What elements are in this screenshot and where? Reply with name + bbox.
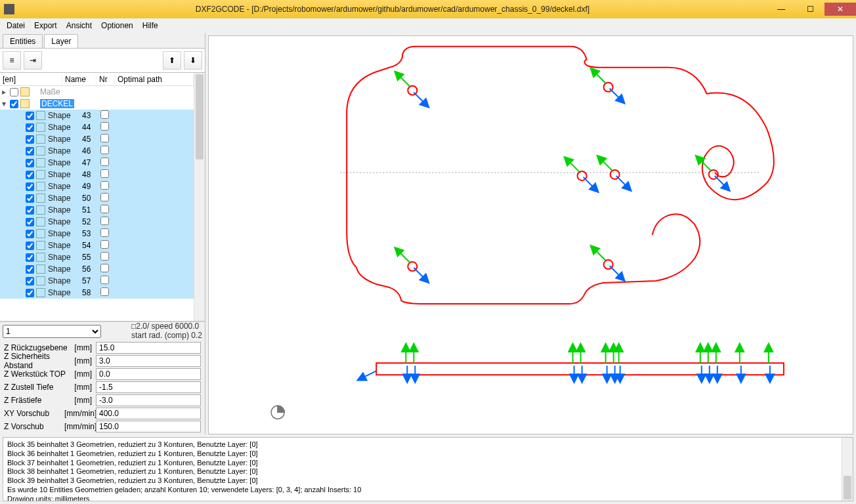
tree-scrollbar[interactable] xyxy=(194,73,205,321)
expander-icon[interactable]: ▸ xyxy=(0,87,8,96)
optimal-path-checkbox[interactable] xyxy=(100,134,109,142)
svg-line-17 xyxy=(569,161,580,172)
tool-info: □2.0/ speed 6000.0 start rad. (comp) 0.2 xyxy=(131,322,202,339)
log-scrollbar[interactable] xyxy=(842,438,853,501)
param-label: Z Sicherheits Abstand xyxy=(4,352,72,370)
shape-row[interactable]: Shape58 xyxy=(0,287,194,299)
shape-row[interactable]: Shape45 xyxy=(0,133,194,145)
shape-checkbox[interactable] xyxy=(26,289,34,297)
layer-row[interactable]: ▾DECKEL xyxy=(0,98,194,110)
shape-checkbox[interactable] xyxy=(26,253,34,262)
svg-line-16 xyxy=(595,73,606,83)
layer-row[interactable]: ▸Maße xyxy=(0,86,194,98)
menu-optionen[interactable]: Optionen xyxy=(101,21,133,30)
shape-row[interactable]: Shape55 xyxy=(0,251,194,263)
layer-checkbox[interactable] xyxy=(10,88,18,96)
shape-checkbox[interactable] xyxy=(26,135,34,144)
tab-entities[interactable]: Entities xyxy=(3,34,43,48)
tree-scroll-thumb[interactable] xyxy=(196,74,203,159)
optimal-path-checkbox[interactable] xyxy=(100,205,109,213)
optimal-path-checkbox[interactable] xyxy=(100,158,109,166)
shape-row[interactable]: Shape57 xyxy=(0,275,194,287)
content-area: Entities Layer ≡ ⇥ ⬆ ⬇ [en] Name Nr Opti… xyxy=(0,33,856,434)
shape-row[interactable]: Shape52 xyxy=(0,216,194,228)
shape-checkbox[interactable] xyxy=(26,265,34,274)
optimal-path-checkbox[interactable] xyxy=(100,181,109,190)
param-input[interactable] xyxy=(96,342,201,354)
shape-checkbox[interactable] xyxy=(26,147,34,156)
svg-line-9 xyxy=(610,89,620,99)
col-en[interactable]: [en] xyxy=(0,75,62,84)
layer-checkbox[interactable] xyxy=(10,100,18,108)
shape-checkbox[interactable] xyxy=(26,123,34,132)
tab-layer[interactable]: Layer xyxy=(44,34,78,48)
param-input[interactable] xyxy=(96,394,201,406)
optimal-path-checkbox[interactable] xyxy=(100,193,109,201)
optimal-path-checkbox[interactable] xyxy=(100,217,109,225)
menu-ansicht[interactable]: Ansicht xyxy=(66,21,92,30)
shape-checkbox[interactable] xyxy=(26,159,34,167)
shape-row[interactable]: Shape53 xyxy=(0,228,194,240)
param-row: Z Sicherheits Abstand[mm] xyxy=(0,354,205,368)
shape-checkbox[interactable] xyxy=(26,182,34,191)
expand-all-button[interactable]: ⇥ xyxy=(24,51,42,70)
col-nr[interactable]: Nr xyxy=(96,75,115,84)
close-button[interactable]: ✕ xyxy=(824,3,856,16)
shape-row[interactable]: Shape43 xyxy=(0,110,194,121)
param-label: Z Vorschub xyxy=(4,422,64,431)
shape-icon xyxy=(36,288,45,297)
col-op[interactable]: Optimal path xyxy=(115,75,194,84)
optimal-path-checkbox[interactable] xyxy=(100,110,109,119)
log-scroll-thumb[interactable] xyxy=(844,476,851,499)
param-input[interactable] xyxy=(96,421,201,432)
shape-row[interactable]: Shape54 xyxy=(0,240,194,251)
shape-checkbox[interactable] xyxy=(26,171,34,179)
menu-bar: Datei Export Ansicht Optionen Hilfe xyxy=(0,18,856,33)
shape-icon xyxy=(36,158,45,167)
shape-checkbox[interactable] xyxy=(26,206,34,215)
move-down-button[interactable]: ⬇ xyxy=(184,51,202,70)
menu-export[interactable]: Export xyxy=(34,21,57,30)
drawing-canvas[interactable] xyxy=(208,35,853,434)
col-name[interactable]: Name xyxy=(62,75,96,84)
shape-checkbox[interactable] xyxy=(26,218,34,226)
shape-row[interactable]: Shape47 xyxy=(0,157,194,169)
tab-strip: Entities Layer xyxy=(0,33,205,49)
shape-row[interactable]: Shape56 xyxy=(0,263,194,275)
shape-checkbox[interactable] xyxy=(26,277,34,285)
shape-checkbox[interactable] xyxy=(26,242,34,250)
shape-checkbox[interactable] xyxy=(26,194,34,203)
optimal-path-checkbox[interactable] xyxy=(100,276,109,284)
menu-datei[interactable]: Datei xyxy=(7,21,25,30)
shape-checkbox[interactable] xyxy=(26,112,34,120)
shape-icon xyxy=(36,229,45,238)
optimal-path-checkbox[interactable] xyxy=(100,169,109,178)
shape-row[interactable]: Shape48 xyxy=(0,169,194,180)
param-input[interactable] xyxy=(96,355,201,367)
move-up-button[interactable]: ⬆ xyxy=(163,51,181,70)
shape-row[interactable]: Shape46 xyxy=(0,145,194,157)
maximize-button[interactable]: ☐ xyxy=(796,3,824,16)
optimal-path-checkbox[interactable] xyxy=(100,264,109,272)
shape-row[interactable]: Shape44 xyxy=(0,121,194,133)
optimal-path-checkbox[interactable] xyxy=(100,252,109,261)
param-input[interactable] xyxy=(96,408,201,419)
optimal-path-checkbox[interactable] xyxy=(100,287,109,296)
param-input[interactable] xyxy=(96,381,201,393)
optimal-path-checkbox[interactable] xyxy=(100,122,109,131)
shape-row[interactable]: Shape50 xyxy=(0,192,194,204)
param-row: Z Frästiefe[mm] xyxy=(0,394,205,407)
menu-hilfe[interactable]: Hilfe xyxy=(142,21,158,30)
param-input[interactable] xyxy=(96,368,201,380)
expander-icon[interactable]: ▾ xyxy=(0,99,8,108)
collapse-all-button[interactable]: ≡ xyxy=(3,51,21,70)
optimal-path-checkbox[interactable] xyxy=(100,146,109,154)
shape-label: Shape xyxy=(48,288,82,297)
optimal-path-checkbox[interactable] xyxy=(100,228,109,237)
minimize-button[interactable]: — xyxy=(767,3,796,16)
optimal-path-checkbox[interactable] xyxy=(100,240,109,249)
shape-row[interactable]: Shape49 xyxy=(0,180,194,192)
shape-checkbox[interactable] xyxy=(26,230,34,238)
tool-select[interactable]: 1 xyxy=(3,325,101,338)
shape-row[interactable]: Shape51 xyxy=(0,204,194,216)
